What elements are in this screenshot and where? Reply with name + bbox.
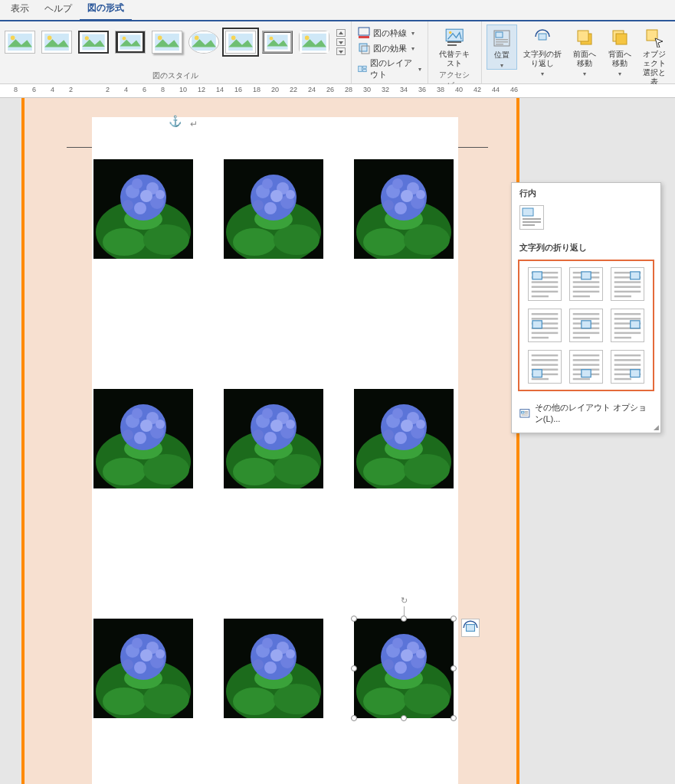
position-option-middle-left[interactable]: [528, 309, 562, 342]
tab-help[interactable]: ヘルプ: [37, 0, 80, 20]
svg-rect-72: [573, 313, 600, 315]
svg-rect-99: [582, 370, 591, 377]
svg-rect-102: [614, 364, 641, 365]
gallery-more[interactable]: [336, 29, 346, 55]
style-thumb-8[interactable]: [262, 31, 293, 54]
page: ⚓ ↵ ↻: [21, 98, 519, 784]
svg-rect-19: [359, 28, 369, 35]
document-area[interactable]: ⚓ ↵ ↻: [0, 98, 675, 784]
resize-handle[interactable]: [401, 715, 407, 721]
svg-rect-109: [522, 415, 529, 416]
picture-layout-button[interactable]: 図のレイアウト▾: [356, 57, 423, 81]
svg-rect-20: [359, 36, 369, 38]
position-option-middle-center[interactable]: [569, 309, 603, 342]
style-thumb-7[interactable]: [225, 31, 256, 54]
inserted-picture[interactable]: [354, 159, 454, 259]
resize-handle[interactable]: [401, 616, 407, 622]
svg-rect-30: [496, 39, 508, 41]
style-thumb-9[interactable]: [299, 31, 329, 54]
svg-rect-78: [582, 321, 591, 328]
resize-handle[interactable]: [451, 715, 457, 721]
resize-handle[interactable]: [451, 665, 457, 671]
resize-handle[interactable]: [351, 616, 357, 622]
picture-border-button[interactable]: 図の枠線▾: [356, 26, 423, 40]
svg-rect-80: [614, 318, 641, 319]
style-thumb-6[interactable]: [188, 31, 219, 54]
more-layout-options[interactable]: その他のレイアウト オプション(L)...: [512, 397, 660, 430]
inserted-picture[interactable]: [93, 389, 193, 488]
svg-rect-73: [573, 318, 600, 319]
svg-rect-47: [532, 286, 559, 287]
svg-rect-41: [523, 218, 541, 220]
style-thumb-3[interactable]: [78, 31, 109, 54]
layout-icon: [358, 63, 367, 75]
svg-rect-77: [573, 337, 590, 338]
svg-rect-94: [573, 359, 600, 361]
position-option-bottom-left[interactable]: [528, 350, 562, 384]
inserted-picture-selected[interactable]: ↻: [354, 619, 454, 718]
inserted-picture[interactable]: [93, 619, 193, 718]
send-backward-icon: [610, 28, 630, 47]
inserted-picture[interactable]: [93, 159, 193, 259]
ribbon: 図のスタイル 図の枠線▾ 図の効果▾ 図のレイアウト▾ ↘ 代替テキスト アクセ…: [0, 21, 675, 84]
svg-rect-87: [532, 359, 559, 361]
style-thumb-4[interactable]: [115, 31, 146, 54]
svg-rect-43: [523, 224, 535, 226]
bring-forward-button[interactable]: 前面へ移動▾: [569, 24, 602, 77]
resize-grip-icon[interactable]: ◢: [654, 423, 659, 431]
picture-effects-button[interactable]: 図の効果▾: [356, 41, 423, 55]
wrap-text-icon: [532, 28, 552, 47]
position-option-bottom-right[interactable]: [611, 350, 644, 384]
svg-rect-29: [496, 32, 503, 38]
position-option-top-right[interactable]: [611, 267, 644, 301]
picture-styles-gallery[interactable]: [5, 24, 346, 55]
tab-picture-format[interactable]: 図の形式: [80, 0, 132, 21]
style-thumb-2[interactable]: [41, 31, 72, 54]
dropdown-section-wrap: 文字列の折り返し: [512, 237, 660, 256]
dropdown-section-inline: 行内: [512, 183, 660, 202]
inserted-picture[interactable]: [224, 389, 323, 488]
svg-rect-86: [532, 354, 559, 356]
layout-options-badge[interactable]: [461, 619, 480, 637]
position-option-bottom-center[interactable]: [569, 350, 603, 384]
svg-rect-69: [532, 332, 559, 334]
svg-rect-62: [614, 291, 641, 292]
alt-text-button[interactable]: 代替テキスト: [433, 24, 477, 68]
position-button[interactable]: 位置▾: [487, 24, 517, 70]
svg-rect-53: [573, 281, 600, 283]
position-option-top-left[interactable]: [528, 267, 562, 301]
style-thumb-5[interactable]: [152, 31, 182, 54]
svg-rect-46: [532, 281, 559, 283]
position-option-middle-right[interactable]: [611, 309, 644, 342]
svg-rect-88: [532, 364, 559, 365]
resize-handle[interactable]: [351, 715, 357, 721]
send-backward-button[interactable]: 背面へ移動▾: [603, 24, 637, 77]
resize-handle[interactable]: [351, 665, 357, 671]
svg-rect-95: [573, 364, 600, 365]
selection-pane-button[interactable]: オブジェクト選択と表: [638, 24, 670, 87]
svg-rect-84: [614, 337, 631, 338]
svg-rect-55: [573, 291, 600, 292]
inserted-picture[interactable]: [224, 619, 323, 718]
svg-rect-92: [532, 370, 542, 377]
svg-rect-71: [532, 321, 542, 328]
rotate-handle[interactable]: ↻: [398, 594, 410, 606]
resize-handle[interactable]: [451, 616, 457, 622]
dialog-icon: [519, 407, 530, 420]
position-option-top-center[interactable]: [569, 267, 603, 301]
svg-rect-27: [447, 44, 457, 46]
position-inline-option[interactable]: [519, 205, 544, 230]
position-wrap-grid: [518, 260, 654, 391]
ribbon-tabs: 表示 ヘルプ 図の形式: [0, 0, 675, 21]
tab-view[interactable]: 表示: [3, 0, 37, 20]
inserted-picture[interactable]: [224, 159, 323, 259]
wrap-text-button[interactable]: 文字列の折り返し▾: [519, 24, 567, 77]
inserted-picture[interactable]: [354, 389, 454, 488]
page-content: ⚓ ↵ ↻: [92, 117, 458, 784]
style-thumb-1[interactable]: [5, 31, 35, 54]
svg-rect-66: [532, 318, 559, 319]
selection-pane-icon: [644, 28, 664, 47]
anchor-icon: ⚓: [169, 115, 182, 127]
svg-rect-40: [523, 208, 533, 216]
svg-rect-31: [496, 41, 508, 43]
